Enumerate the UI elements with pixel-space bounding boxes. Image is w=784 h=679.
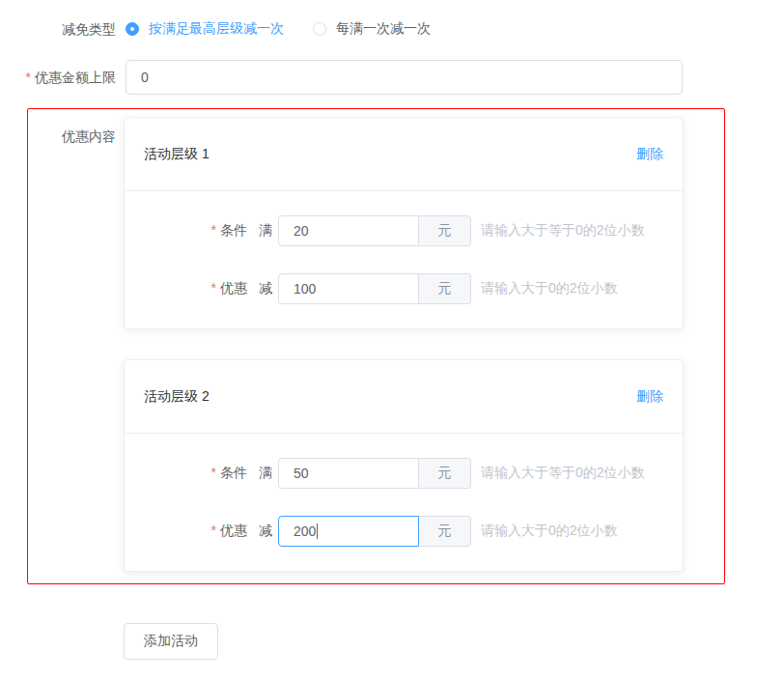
reduction-type-options: 按满足最高层级减一次 每满一次减一次 bbox=[126, 20, 431, 38]
discount-limit-label: *优惠金额上限 bbox=[0, 68, 116, 87]
required-star: * bbox=[26, 70, 31, 85]
required-star: * bbox=[211, 465, 216, 480]
add-activity-button[interactable]: 添加活动 bbox=[124, 623, 218, 660]
discount-input-focused[interactable]: 200 bbox=[278, 516, 419, 547]
discount-content-panel: 优惠内容 活动层级 1 删除 *条件 满 元 请输 bbox=[27, 108, 725, 584]
radio-every-time[interactable]: 每满一次减一次 bbox=[313, 20, 431, 38]
discount-limit-label-text: 优惠金额上限 bbox=[35, 70, 116, 85]
discount-label: *优惠 bbox=[144, 280, 247, 297]
radio-label: 按满足最高层级减一次 bbox=[149, 20, 284, 38]
condition-row: *条件 满 元 请输入大于等于0的2位小数 bbox=[144, 458, 663, 489]
condition-label: *条件 bbox=[144, 465, 247, 482]
card-header: 活动层级 2 删除 bbox=[125, 360, 683, 434]
unit-append: 元 bbox=[419, 458, 471, 489]
condition-prefix: 满 bbox=[259, 222, 272, 240]
required-star: * bbox=[211, 222, 216, 238]
reduction-type-label: 减免类型 bbox=[0, 19, 116, 39]
discount-limit-input[interactable] bbox=[126, 60, 683, 95]
discount-input-group: 元 bbox=[278, 273, 471, 304]
discount-row: *优惠 减 200 元 请输入大于0的2位小数 bbox=[144, 516, 663, 547]
discount-prefix: 减 bbox=[259, 280, 272, 297]
discount-label-text: 优惠 bbox=[220, 523, 247, 538]
unit-append: 元 bbox=[419, 215, 471, 246]
promotion-form: 减免类型 按满足最高层级减一次 每满一次减一次 *优惠金额上限 优惠内容 bbox=[0, 0, 784, 660]
condition-hint: 请输入大于等于0的2位小数 bbox=[481, 465, 645, 482]
activity-level-card-1: 活动层级 1 删除 *条件 满 元 请输入大于等于0的2位小数 *优惠 bbox=[124, 117, 684, 329]
required-star: * bbox=[211, 280, 216, 296]
card-body: *条件 满 元 请输入大于等于0的2位小数 *优惠 减 元 bbox=[125, 191, 683, 328]
delete-link[interactable]: 删除 bbox=[636, 388, 663, 406]
condition-hint: 请输入大于等于0的2位小数 bbox=[481, 222, 645, 240]
required-star: * bbox=[211, 523, 216, 538]
unit-append: 元 bbox=[419, 516, 471, 547]
condition-label: *条件 bbox=[144, 222, 247, 240]
discount-limit-content bbox=[126, 60, 683, 95]
delete-link[interactable]: 删除 bbox=[636, 146, 663, 163]
condition-label-text: 条件 bbox=[220, 222, 247, 238]
condition-input-group: 元 bbox=[278, 215, 471, 246]
radio-highest-level-once[interactable]: 按满足最高层级减一次 bbox=[126, 20, 284, 38]
discount-content-label-text: 优惠内容 bbox=[62, 128, 116, 144]
condition-input[interactable] bbox=[278, 458, 419, 489]
condition-prefix: 满 bbox=[259, 465, 272, 482]
card-title: 活动层级 1 bbox=[144, 146, 210, 163]
reduction-type-row: 减免类型 按满足最高层级减一次 每满一次减一次 bbox=[0, 19, 784, 39]
discount-label-text: 优惠 bbox=[220, 280, 247, 296]
discount-content-label: 优惠内容 bbox=[28, 127, 116, 146]
radio-unchecked-icon bbox=[313, 22, 326, 36]
radio-label: 每满一次减一次 bbox=[336, 20, 431, 38]
condition-row: *条件 满 元 请输入大于等于0的2位小数 bbox=[144, 215, 663, 246]
discount-input[interactable] bbox=[278, 273, 419, 304]
discount-limit-row: *优惠金额上限 bbox=[0, 60, 784, 95]
discount-hint: 请输入大于0的2位小数 bbox=[481, 280, 618, 297]
activity-level-cards: 活动层级 1 删除 *条件 满 元 请输入大于等于0的2位小数 *优惠 bbox=[124, 117, 684, 572]
discount-prefix: 减 bbox=[259, 523, 272, 540]
discount-row: *优惠 减 元 请输入大于0的2位小数 bbox=[144, 273, 663, 304]
discount-hint: 请输入大于0的2位小数 bbox=[481, 523, 618, 540]
text-caret bbox=[317, 523, 318, 539]
condition-input-group: 元 bbox=[278, 458, 471, 489]
reduction-type-label-text: 减免类型 bbox=[62, 21, 116, 37]
card-header: 活动层级 1 删除 bbox=[125, 118, 683, 191]
condition-input[interactable] bbox=[278, 215, 419, 246]
card-body: *条件 满 元 请输入大于等于0的2位小数 *优惠 减 200 bbox=[125, 434, 683, 571]
radio-checked-icon bbox=[126, 22, 139, 36]
discount-input-group: 200 元 bbox=[278, 516, 471, 547]
activity-level-card-2: 活动层级 2 删除 *条件 满 元 请输入大于等于0的2位小数 *优惠 bbox=[124, 359, 684, 572]
discount-label: *优惠 bbox=[144, 523, 247, 540]
discount-input-value: 200 bbox=[294, 523, 316, 539]
unit-append: 元 bbox=[419, 273, 471, 304]
card-title: 活动层级 2 bbox=[144, 388, 210, 406]
condition-label-text: 条件 bbox=[220, 465, 247, 480]
